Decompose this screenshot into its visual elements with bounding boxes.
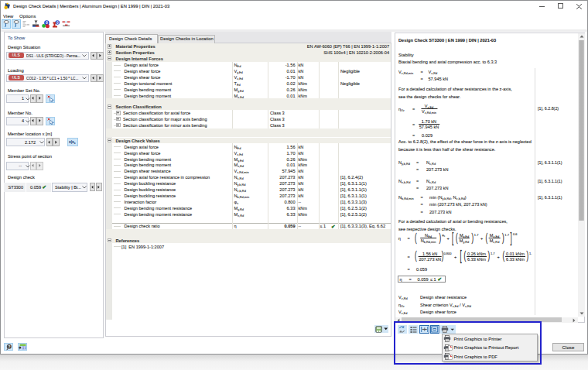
svg-text:0: 0: [56, 20, 58, 24]
svg-text:?: ?: [8, 344, 10, 348]
